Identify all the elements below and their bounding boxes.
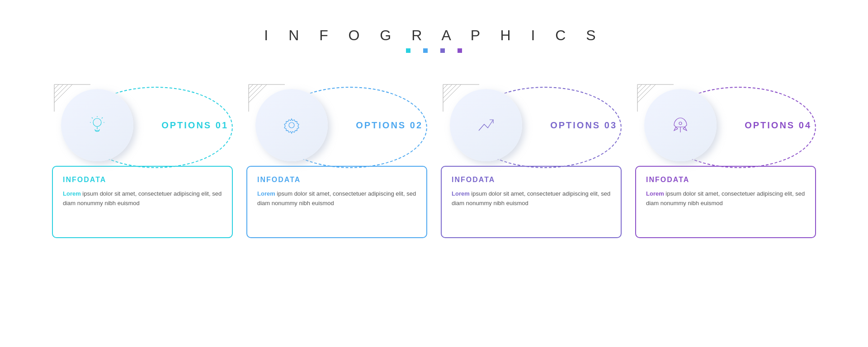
gear-icon xyxy=(281,114,302,136)
info-text-4: Lorem ipsum dolor sit amet, consectetuer… xyxy=(646,189,805,208)
card-4-bottom: INFODATA Lorem ipsum dolor sit amet, con… xyxy=(635,166,816,238)
svg-point-12 xyxy=(289,122,294,128)
title-dots xyxy=(264,48,604,53)
card-1-bottom: INFODATA Lorem ipsum dolor sit amet, con… xyxy=(52,166,233,238)
dot-2 xyxy=(423,48,428,53)
option-label-1: OPTIONS 01 xyxy=(161,120,228,131)
info-text-2: Lorem ipsum dolor sit amet, consectetuer… xyxy=(257,189,416,208)
svg-line-8 xyxy=(102,117,103,118)
cards-container: OPTIONS 01 INFODATA Lorem ipsum dolor si… xyxy=(25,80,843,238)
card-3-top: OPTIONS 03 xyxy=(441,80,622,170)
svg-rect-1 xyxy=(423,48,428,53)
card-2-bottom: INFODATA Lorem ipsum dolor sit amet, con… xyxy=(246,166,427,238)
circle-2 xyxy=(255,89,328,161)
rocket-icon xyxy=(670,114,691,136)
svg-point-4 xyxy=(93,118,101,127)
circle-3 xyxy=(450,89,522,161)
card-3: OPTIONS 03 INFODATA Lorem ipsum dolor si… xyxy=(441,80,622,238)
chart-icon xyxy=(475,114,497,136)
icon-container-3 xyxy=(475,114,497,136)
card-4-top: OPTIONS 04 xyxy=(635,80,816,170)
svg-rect-2 xyxy=(440,48,445,53)
card-2: OPTIONS 02 INFODATA Lorem ipsum dolor si… xyxy=(246,80,427,238)
card-3-bottom: INFODATA Lorem ipsum dolor sit amet, con… xyxy=(441,166,622,238)
dot-4 xyxy=(458,48,462,53)
card-1: OPTIONS 01 INFODATA Lorem ipsum dolor si… xyxy=(52,80,233,238)
option-label-3: OPTIONS 03 xyxy=(550,120,617,131)
svg-rect-3 xyxy=(458,48,462,53)
option-label-4: OPTIONS 04 xyxy=(745,120,811,131)
lorem-word-4: Lorem xyxy=(646,190,664,197)
dot-3 xyxy=(440,48,445,53)
info-text-3: Lorem ipsum dolor sit amet, consectetuer… xyxy=(452,189,611,208)
dot-1 xyxy=(406,48,410,53)
lorem-word-3: Lorem xyxy=(452,190,470,197)
icon-container-4 xyxy=(670,114,691,136)
svg-rect-0 xyxy=(406,48,410,53)
card-4: OPTIONS 04 INFODATA Lorem ipsum dolor si… xyxy=(635,80,816,238)
body-text-4: ipsum dolor sit amet, consectetuer adipi… xyxy=(646,190,805,206)
circle-1 xyxy=(61,89,133,161)
lightbulb-icon xyxy=(86,114,108,136)
icon-container-2 xyxy=(281,114,302,136)
infodata-title-1: INFODATA xyxy=(63,176,222,184)
svg-line-10 xyxy=(92,117,93,118)
lorem-word-2: Lorem xyxy=(257,190,275,197)
body-text-1: ipsum dolor sit amet, consectetuer adipi… xyxy=(63,190,222,206)
svg-point-14 xyxy=(679,122,682,125)
lorem-word-1: Lorem xyxy=(63,190,81,197)
title-section: I N F O G R A P H I C S xyxy=(264,27,604,53)
option-label-2: OPTIONS 02 xyxy=(356,120,423,131)
info-text-1: Lorem ipsum dolor sit amet, consectetuer… xyxy=(63,189,222,208)
body-text-2: ipsum dolor sit amet, consectetuer adipi… xyxy=(257,190,416,206)
infodata-title-3: INFODATA xyxy=(452,176,611,184)
body-text-3: ipsum dolor sit amet, consectetuer adipi… xyxy=(452,190,610,206)
infodata-title-2: INFODATA xyxy=(257,176,416,184)
icon-container-1 xyxy=(86,114,108,136)
infodata-title-4: INFODATA xyxy=(646,176,805,184)
card-2-top: OPTIONS 02 xyxy=(246,80,427,170)
card-1-top: OPTIONS 01 xyxy=(52,80,233,170)
main-title: I N F O G R A P H I C S xyxy=(264,27,604,44)
circle-4 xyxy=(644,89,717,161)
